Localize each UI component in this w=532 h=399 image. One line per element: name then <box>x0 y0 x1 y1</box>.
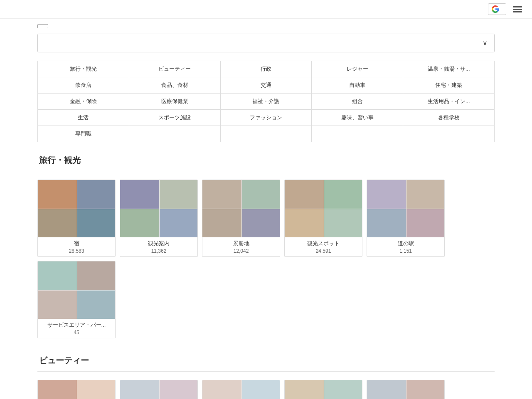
item-thumbnail <box>38 261 116 319</box>
item-card[interactable] <box>284 380 362 399</box>
google-icon <box>492 5 499 13</box>
thumb-cell <box>160 380 198 399</box>
thumb-cell <box>160 180 198 209</box>
category-cell[interactable]: スポーツ施設 <box>129 110 220 126</box>
thumb-cell <box>406 209 445 238</box>
thumb-cell <box>285 180 324 209</box>
category-cell[interactable]: 組合 <box>312 94 403 110</box>
breadcrumb-tab[interactable] <box>37 24 48 28</box>
thumb-cell <box>160 209 198 238</box>
item-thumbnail <box>38 180 116 237</box>
section-travel: 旅行・観光宿28,583観光案内11,362景勝地12,042観光スポット24,… <box>37 155 495 338</box>
list-view-icon[interactable] <box>511 5 524 14</box>
sections-container: 旅行・観光宿28,583観光案内11,362景勝地12,042観光スポット24,… <box>37 155 495 399</box>
item-thumbnail <box>285 180 362 237</box>
item-card[interactable]: 景勝地12,042 <box>202 180 280 257</box>
section-title: 旅行・観光 <box>37 155 495 166</box>
thumb-cell <box>77 380 116 399</box>
item-card[interactable]: サービスエリア・パー...45 <box>37 261 116 338</box>
item-card[interactable]: 観光スポット24,591 <box>284 180 362 257</box>
item-count: 45 <box>41 330 112 335</box>
category-cell[interactable]: 福祉・介護 <box>220 94 312 110</box>
item-name: 観光案内 <box>123 240 194 247</box>
thumb-cell <box>38 180 77 209</box>
thumb-cell <box>202 209 241 238</box>
thumb-cell <box>242 209 281 238</box>
category-cell[interactable]: 行政 <box>220 61 312 77</box>
thumb-cell <box>242 180 281 209</box>
category-cell[interactable]: 各種学校 <box>403 110 495 126</box>
item-card[interactable] <box>202 380 280 399</box>
item-count: 11,362 <box>123 248 194 254</box>
language-selector[interactable] <box>488 3 506 15</box>
category-cell[interactable]: 医療保健業 <box>129 94 220 110</box>
header <box>0 0 532 19</box>
item-card[interactable] <box>367 380 445 399</box>
item-thumbnail <box>202 180 280 237</box>
item-info: サービスエリア・パー...45 <box>38 319 115 338</box>
thumb-cell <box>406 180 445 209</box>
category-cell[interactable]: 食品、食材 <box>129 77 220 94</box>
region-arrow: ∨ <box>483 39 488 47</box>
section-title: ビューティー <box>37 355 495 366</box>
item-name: 観光スポット <box>288 240 359 247</box>
item-count: 24,591 <box>288 248 359 254</box>
item-card[interactable] <box>120 380 198 399</box>
thumb-cell <box>77 180 116 209</box>
thumb-cell <box>406 380 445 399</box>
item-count: 1,151 <box>370 248 441 254</box>
item-name: 宿 <box>41 240 112 247</box>
item-thumbnail <box>367 180 445 237</box>
item-card[interactable]: 宿28,583 <box>37 180 116 257</box>
thumb-cell <box>77 209 116 238</box>
thumb-cell <box>77 261 116 290</box>
category-cell[interactable]: 交通 <box>220 77 312 94</box>
section-divider <box>37 171 495 171</box>
thumb-cell <box>38 291 77 319</box>
category-cell[interactable]: 飲食店 <box>38 77 129 94</box>
item-card[interactable] <box>37 380 116 399</box>
category-cell[interactable]: レジャー <box>312 61 403 77</box>
category-cell[interactable]: 生活 <box>38 110 129 126</box>
category-cell[interactable]: 趣味、習い事 <box>312 110 403 126</box>
item-info: 観光案内11,362 <box>120 237 197 256</box>
category-cell <box>312 126 403 142</box>
item-card[interactable]: 観光案内11,362 <box>120 180 198 257</box>
breadcrumb <box>37 23 495 30</box>
thumb-cell <box>367 380 406 399</box>
category-cell[interactable]: 旅行・観光 <box>38 61 129 77</box>
category-cell <box>220 126 312 142</box>
category-cell[interactable]: 金融・保険 <box>38 94 129 110</box>
category-cell[interactable]: 温泉・銭湯・サ... <box>403 61 495 77</box>
list-line-2 <box>513 9 522 10</box>
thumb-cell <box>324 180 363 209</box>
thumb-cell <box>367 209 406 238</box>
thumb-cell <box>120 380 159 399</box>
list-line-1 <box>513 6 522 7</box>
category-cell[interactable]: 専門職 <box>38 126 129 142</box>
item-info: 道の駅1,151 <box>367 237 444 256</box>
item-info: 宿28,583 <box>38 237 115 256</box>
category-cell[interactable]: ファッション <box>220 110 312 126</box>
item-thumbnail <box>120 380 198 399</box>
section-beauty: ビューティー <box>37 355 495 399</box>
item-count: 28,583 <box>41 248 112 254</box>
thumb-cell <box>38 209 77 238</box>
category-cell[interactable]: 住宅・建築 <box>403 77 495 94</box>
item-thumbnail <box>367 380 445 399</box>
category-cell[interactable]: 生活用品・イン... <box>403 94 495 110</box>
region-selector[interactable]: ∨ <box>37 34 495 52</box>
category-cell[interactable]: 自動車 <box>312 77 403 94</box>
list-line-3 <box>513 11 522 12</box>
category-cell[interactable]: ビューティー <box>129 61 220 77</box>
main-content: ∨ 旅行・観光ビューティー行政レジャー温泉・銭湯・サ...飲食店食品、食材交通自… <box>29 19 503 399</box>
thumb-cell <box>120 180 159 209</box>
thumb-cell <box>38 380 77 399</box>
item-thumbnail <box>285 380 362 399</box>
item-thumbnail <box>38 380 116 399</box>
item-card[interactable]: 道の駅1,151 <box>367 180 445 257</box>
thumb-cell <box>120 209 159 238</box>
thumb-cell <box>367 180 406 209</box>
category-grid: 旅行・観光ビューティー行政レジャー温泉・銭湯・サ...飲食店食品、食材交通自動車… <box>37 61 495 142</box>
item-info: 観光スポット24,591 <box>285 237 362 256</box>
